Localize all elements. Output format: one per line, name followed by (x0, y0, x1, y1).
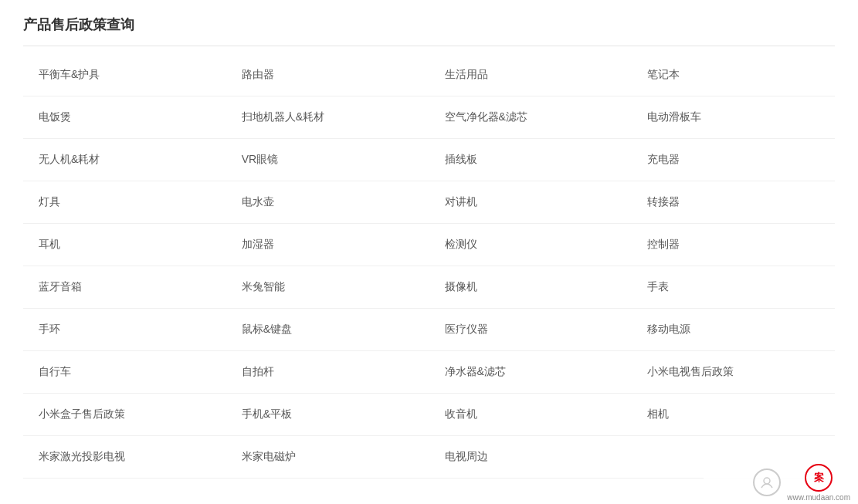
grid-item-32[interactable]: 小米电视售后政策 (632, 351, 835, 394)
grid-item-15[interactable]: 对讲机 (429, 181, 632, 224)
grid-item-3[interactable]: 生活用品 (429, 54, 632, 96)
grid-item-36[interactable]: 相机 (632, 394, 835, 436)
grid-item-38[interactable]: 米家电磁炉 (226, 436, 429, 479)
grid-item-10[interactable]: VR眼镜 (226, 139, 429, 181)
grid-item-14[interactable]: 电水壶 (226, 181, 429, 224)
grid-item-13[interactable]: 灯具 (23, 181, 226, 224)
grid-item-25[interactable]: 手环 (23, 309, 226, 351)
grid-item-20[interactable]: 控制器 (632, 224, 835, 266)
grid-item-21[interactable]: 蓝牙音箱 (23, 266, 226, 309)
grid-item-30[interactable]: 自拍杆 (226, 351, 429, 394)
grid-item-18[interactable]: 加湿器 (226, 224, 429, 266)
brand-url: www.mudaan.com (787, 493, 850, 502)
grid-item-12[interactable]: 充电器 (632, 139, 835, 181)
grid-item-23[interactable]: 摄像机 (429, 266, 632, 309)
page-title: 产品售后政策查询 (23, 15, 835, 46)
svg-point-0 (764, 478, 770, 484)
grid-item-11[interactable]: 插线板 (429, 139, 632, 181)
grid-item-34[interactable]: 手机&平板 (226, 394, 429, 436)
grid-item-4[interactable]: 笔记本 (632, 54, 835, 96)
grid-item-9[interactable]: 无人机&耗材 (23, 139, 226, 181)
grid-item-17[interactable]: 耳机 (23, 224, 226, 266)
product-grid: 平衡车&护具路由器生活用品笔记本电饭煲扫地机器人&耗材空气净化器&滤芯电动滑板车… (23, 54, 835, 479)
grid-item-27[interactable]: 医疗仪器 (429, 309, 632, 351)
grid-item-1[interactable]: 平衡车&护具 (23, 54, 226, 96)
grid-item-29[interactable]: 自行车 (23, 351, 226, 394)
grid-item-39[interactable]: 电视周边 (429, 436, 632, 479)
brand-circle: 案 (805, 464, 833, 492)
grid-item-2[interactable]: 路由器 (226, 54, 429, 96)
watermark-brand: 案 www.mudaan.com (787, 464, 850, 502)
page-wrapper: 产品售后政策查询 平衡车&护具路由器生活用品笔记本电饭煲扫地机器人&耗材空气净化… (0, 0, 858, 504)
grid-item-35[interactable]: 收音机 (429, 394, 632, 436)
grid-item-7[interactable]: 空气净化器&滤芯 (429, 96, 632, 139)
grid-item-16[interactable]: 转接器 (632, 181, 835, 224)
grid-item-28[interactable]: 移动电源 (632, 309, 835, 351)
grid-item-33[interactable]: 小米盒子售后政策 (23, 394, 226, 436)
bottom-overlay: 案 www.mudaan.com (704, 455, 858, 504)
grid-item-8[interactable]: 电动滑板车 (632, 96, 835, 139)
grid-item-31[interactable]: 净水器&滤芯 (429, 351, 632, 394)
grid-item-37[interactable]: 米家激光投影电视 (23, 436, 226, 479)
brand-char: 案 (814, 471, 824, 485)
overlay-circle-icon (753, 468, 781, 496)
grid-item-5[interactable]: 电饭煲 (23, 96, 226, 139)
grid-item-26[interactable]: 鼠标&键盘 (226, 309, 429, 351)
grid-item-22[interactable]: 米兔智能 (226, 266, 429, 309)
grid-item-24[interactable]: 手表 (632, 266, 835, 309)
grid-item-19[interactable]: 检测仪 (429, 224, 632, 266)
grid-item-6[interactable]: 扫地机器人&耗材 (226, 96, 429, 139)
